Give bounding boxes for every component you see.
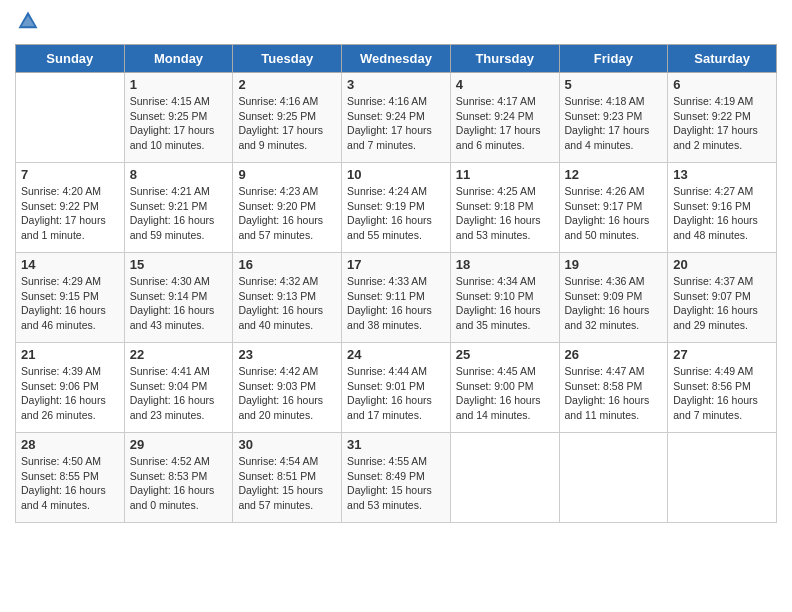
calendar-cell: 15 Sunrise: 4:30 AM Sunset: 9:14 PM Dayl… [124, 253, 233, 343]
day-detail: Sunrise: 4:17 AM Sunset: 9:24 PM Dayligh… [456, 94, 554, 153]
calendar-cell: 12 Sunrise: 4:26 AM Sunset: 9:17 PM Dayl… [559, 163, 668, 253]
day-detail: Sunrise: 4:55 AM Sunset: 8:49 PM Dayligh… [347, 454, 445, 513]
day-detail: Sunrise: 4:45 AM Sunset: 9:00 PM Dayligh… [456, 364, 554, 423]
day-detail: Sunrise: 4:25 AM Sunset: 9:18 PM Dayligh… [456, 184, 554, 243]
day-detail: Sunrise: 4:23 AM Sunset: 9:20 PM Dayligh… [238, 184, 336, 243]
day-detail: Sunrise: 4:24 AM Sunset: 9:19 PM Dayligh… [347, 184, 445, 243]
day-number: 4 [456, 77, 554, 92]
day-number: 20 [673, 257, 771, 272]
day-detail: Sunrise: 4:32 AM Sunset: 9:13 PM Dayligh… [238, 274, 336, 333]
day-detail: Sunrise: 4:54 AM Sunset: 8:51 PM Dayligh… [238, 454, 336, 513]
day-detail: Sunrise: 4:15 AM Sunset: 9:25 PM Dayligh… [130, 94, 228, 153]
day-detail: Sunrise: 4:36 AM Sunset: 9:09 PM Dayligh… [565, 274, 663, 333]
calendar-cell [16, 73, 125, 163]
calendar-cell: 16 Sunrise: 4:32 AM Sunset: 9:13 PM Dayl… [233, 253, 342, 343]
weekday-header-thursday: Thursday [450, 45, 559, 73]
calendar-cell: 13 Sunrise: 4:27 AM Sunset: 9:16 PM Dayl… [668, 163, 777, 253]
day-number: 11 [456, 167, 554, 182]
day-number: 14 [21, 257, 119, 272]
weekday-header-sunday: Sunday [16, 45, 125, 73]
day-number: 13 [673, 167, 771, 182]
day-number: 8 [130, 167, 228, 182]
calendar-cell [559, 433, 668, 523]
calendar-cell: 24 Sunrise: 4:44 AM Sunset: 9:01 PM Dayl… [342, 343, 451, 433]
day-number: 12 [565, 167, 663, 182]
calendar-cell: 22 Sunrise: 4:41 AM Sunset: 9:04 PM Dayl… [124, 343, 233, 433]
calendar-cell: 14 Sunrise: 4:29 AM Sunset: 9:15 PM Dayl… [16, 253, 125, 343]
day-detail: Sunrise: 4:49 AM Sunset: 8:56 PM Dayligh… [673, 364, 771, 423]
day-number: 10 [347, 167, 445, 182]
calendar-cell: 18 Sunrise: 4:34 AM Sunset: 9:10 PM Dayl… [450, 253, 559, 343]
day-number: 15 [130, 257, 228, 272]
day-detail: Sunrise: 4:18 AM Sunset: 9:23 PM Dayligh… [565, 94, 663, 153]
day-detail: Sunrise: 4:42 AM Sunset: 9:03 PM Dayligh… [238, 364, 336, 423]
day-number: 18 [456, 257, 554, 272]
calendar-cell: 23 Sunrise: 4:42 AM Sunset: 9:03 PM Dayl… [233, 343, 342, 433]
weekday-header-saturday: Saturday [668, 45, 777, 73]
day-number: 27 [673, 347, 771, 362]
day-detail: Sunrise: 4:44 AM Sunset: 9:01 PM Dayligh… [347, 364, 445, 423]
calendar-week-row: 14 Sunrise: 4:29 AM Sunset: 9:15 PM Dayl… [16, 253, 777, 343]
calendar-cell [668, 433, 777, 523]
day-number: 16 [238, 257, 336, 272]
day-number: 28 [21, 437, 119, 452]
day-detail: Sunrise: 4:50 AM Sunset: 8:55 PM Dayligh… [21, 454, 119, 513]
day-detail: Sunrise: 4:30 AM Sunset: 9:14 PM Dayligh… [130, 274, 228, 333]
day-detail: Sunrise: 4:52 AM Sunset: 8:53 PM Dayligh… [130, 454, 228, 513]
day-detail: Sunrise: 4:16 AM Sunset: 9:24 PM Dayligh… [347, 94, 445, 153]
calendar-cell: 8 Sunrise: 4:21 AM Sunset: 9:21 PM Dayli… [124, 163, 233, 253]
day-number: 3 [347, 77, 445, 92]
day-number: 26 [565, 347, 663, 362]
weekday-header-row: SundayMondayTuesdayWednesdayThursdayFrid… [16, 45, 777, 73]
day-detail: Sunrise: 4:34 AM Sunset: 9:10 PM Dayligh… [456, 274, 554, 333]
calendar-table: SundayMondayTuesdayWednesdayThursdayFrid… [15, 44, 777, 523]
calendar-cell: 2 Sunrise: 4:16 AM Sunset: 9:25 PM Dayli… [233, 73, 342, 163]
day-number: 31 [347, 437, 445, 452]
calendar-cell: 7 Sunrise: 4:20 AM Sunset: 9:22 PM Dayli… [16, 163, 125, 253]
day-detail: Sunrise: 4:39 AM Sunset: 9:06 PM Dayligh… [21, 364, 119, 423]
day-number: 24 [347, 347, 445, 362]
day-number: 22 [130, 347, 228, 362]
day-number: 7 [21, 167, 119, 182]
day-number: 29 [130, 437, 228, 452]
day-number: 9 [238, 167, 336, 182]
calendar-cell: 6 Sunrise: 4:19 AM Sunset: 9:22 PM Dayli… [668, 73, 777, 163]
day-detail: Sunrise: 4:20 AM Sunset: 9:22 PM Dayligh… [21, 184, 119, 243]
calendar-week-row: 7 Sunrise: 4:20 AM Sunset: 9:22 PM Dayli… [16, 163, 777, 253]
calendar-cell [450, 433, 559, 523]
day-detail: Sunrise: 4:19 AM Sunset: 9:22 PM Dayligh… [673, 94, 771, 153]
day-number: 6 [673, 77, 771, 92]
calendar-cell: 4 Sunrise: 4:17 AM Sunset: 9:24 PM Dayli… [450, 73, 559, 163]
calendar-cell: 9 Sunrise: 4:23 AM Sunset: 9:20 PM Dayli… [233, 163, 342, 253]
calendar-week-row: 21 Sunrise: 4:39 AM Sunset: 9:06 PM Dayl… [16, 343, 777, 433]
weekday-header-monday: Monday [124, 45, 233, 73]
calendar-cell: 29 Sunrise: 4:52 AM Sunset: 8:53 PM Dayl… [124, 433, 233, 523]
day-detail: Sunrise: 4:29 AM Sunset: 9:15 PM Dayligh… [21, 274, 119, 333]
day-detail: Sunrise: 4:21 AM Sunset: 9:21 PM Dayligh… [130, 184, 228, 243]
day-number: 30 [238, 437, 336, 452]
day-number: 21 [21, 347, 119, 362]
weekday-header-tuesday: Tuesday [233, 45, 342, 73]
weekday-header-friday: Friday [559, 45, 668, 73]
day-number: 17 [347, 257, 445, 272]
calendar-cell: 30 Sunrise: 4:54 AM Sunset: 8:51 PM Dayl… [233, 433, 342, 523]
calendar-cell: 11 Sunrise: 4:25 AM Sunset: 9:18 PM Dayl… [450, 163, 559, 253]
calendar-cell: 17 Sunrise: 4:33 AM Sunset: 9:11 PM Dayl… [342, 253, 451, 343]
day-number: 2 [238, 77, 336, 92]
calendar-cell: 20 Sunrise: 4:37 AM Sunset: 9:07 PM Dayl… [668, 253, 777, 343]
calendar-cell: 27 Sunrise: 4:49 AM Sunset: 8:56 PM Dayl… [668, 343, 777, 433]
calendar-cell: 25 Sunrise: 4:45 AM Sunset: 9:00 PM Dayl… [450, 343, 559, 433]
logo-icon [17, 10, 39, 32]
calendar-cell: 3 Sunrise: 4:16 AM Sunset: 9:24 PM Dayli… [342, 73, 451, 163]
day-number: 25 [456, 347, 554, 362]
calendar-cell: 19 Sunrise: 4:36 AM Sunset: 9:09 PM Dayl… [559, 253, 668, 343]
calendar-cell: 1 Sunrise: 4:15 AM Sunset: 9:25 PM Dayli… [124, 73, 233, 163]
day-detail: Sunrise: 4:47 AM Sunset: 8:58 PM Dayligh… [565, 364, 663, 423]
logo [15, 10, 39, 36]
day-detail: Sunrise: 4:27 AM Sunset: 9:16 PM Dayligh… [673, 184, 771, 243]
page-header [15, 10, 777, 36]
day-number: 5 [565, 77, 663, 92]
day-number: 19 [565, 257, 663, 272]
calendar-cell: 26 Sunrise: 4:47 AM Sunset: 8:58 PM Dayl… [559, 343, 668, 433]
day-number: 1 [130, 77, 228, 92]
